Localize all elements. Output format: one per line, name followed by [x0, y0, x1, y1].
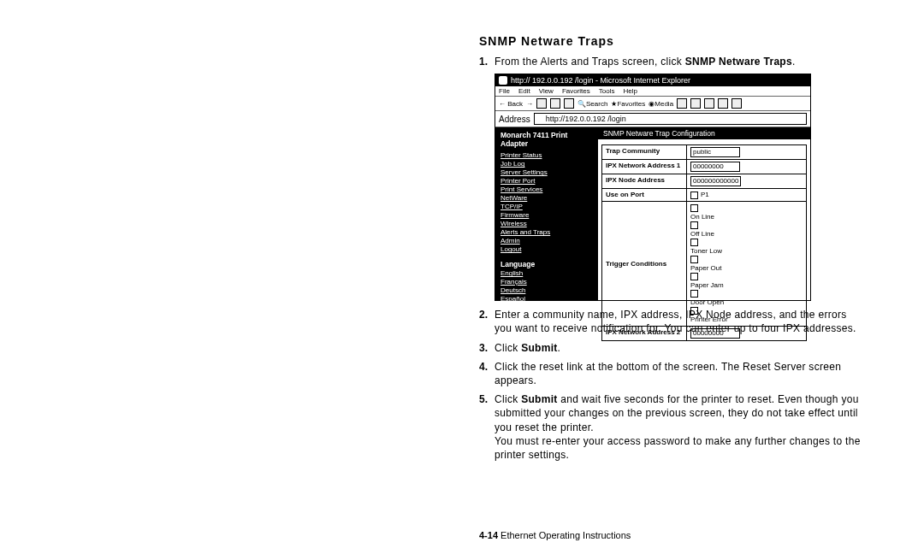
step-4: 4. Click the reset link at the bottom of… — [479, 360, 864, 387]
menu-favorites[interactable]: Favorites — [562, 87, 590, 95]
page-icon — [536, 115, 543, 122]
history-icon[interactable] — [677, 98, 687, 109]
text: Click — [495, 342, 521, 354]
label-trigger: Trigger Conditions — [602, 201, 687, 326]
step-5: 5. Click Submit and wait five seconds fo… — [479, 392, 864, 462]
mail-icon[interactable] — [690, 98, 701, 109]
label-trap-community: Trap Community — [602, 145, 687, 160]
chk-offline[interactable] — [690, 221, 698, 229]
ie-icon — [499, 76, 507, 85]
sidebar-item-alerts-traps[interactable]: Alerts and Traps — [500, 228, 593, 236]
sidebar: Monarch 7411 Print Adapter Printer Statu… — [495, 127, 598, 300]
step-text: Click Submit and wait five seconds for t… — [495, 392, 864, 462]
opt-dooropen: Door Open — [690, 298, 803, 306]
window-title: http:// 192.0.0.192 /login - Microsoft I… — [511, 76, 690, 85]
forward-button[interactable]: → — [526, 100, 533, 108]
sidebar-item-print-services[interactable]: Print Services — [500, 186, 593, 193]
text: . — [558, 342, 561, 354]
snmp-netware-traps-label: SNMP Netware Traps — [685, 56, 792, 68]
menu-file[interactable]: File — [499, 87, 510, 95]
menu-edit[interactable]: Edit — [518, 87, 530, 95]
search-button[interactable]: 🔍Search — [578, 100, 607, 108]
step-number: 4. — [479, 360, 495, 387]
address-bar: Address http://192.0.0.192 /login — [495, 111, 810, 127]
media-label: Media — [654, 100, 673, 108]
step-text: Enter a community name, IPX address, IPX… — [495, 308, 864, 335]
print-icon[interactable] — [704, 98, 714, 109]
chk-online[interactable] — [690, 204, 698, 212]
menu-help[interactable]: Help — [623, 87, 637, 95]
chk-paperjam[interactable] — [690, 273, 698, 280]
media-button[interactable]: ◉Media — [649, 100, 673, 108]
content-heading: SNMP Netware Trap Configuration — [598, 127, 810, 139]
label-ipx-node: IPX Node Address — [602, 174, 687, 189]
chk-tonerlow[interactable] — [690, 239, 698, 246]
chk-dooropen[interactable] — [690, 290, 698, 298]
lang-english[interactable]: English — [500, 269, 593, 277]
sidebar-item-logout[interactable]: Logout — [500, 245, 593, 253]
lang-francais[interactable]: Français — [500, 278, 593, 286]
sidebar-item-firmware[interactable]: Firmware — [500, 211, 593, 219]
stop-icon[interactable] — [536, 98, 547, 109]
content-panel: SNMP Netware Trap Configuration Trap Com… — [598, 127, 810, 300]
window-titlebar: http:// 192.0.0.192 /login - Microsoft I… — [495, 74, 810, 86]
step-number: 3. — [479, 341, 495, 355]
port-label: P1 — [701, 191, 709, 198]
lang-deutsch[interactable]: Deutsch — [500, 286, 593, 294]
sidebar-item-wireless[interactable]: Wireless — [500, 220, 593, 227]
chk-paperout[interactable] — [690, 256, 698, 263]
label-use-port: Use on Port — [602, 189, 687, 201]
sidebar-item-printer-status[interactable]: Printer Status — [500, 151, 593, 159]
sidebar-item-job-log[interactable]: Job Log — [500, 160, 593, 168]
step-3: 3. Click Submit. — [479, 341, 864, 355]
edit-icon[interactable] — [718, 98, 728, 109]
text: . — [792, 56, 796, 68]
lang-espanol[interactable]: Español — [500, 295, 593, 303]
row-use-port: Use on Port P1 — [602, 189, 807, 201]
text: From the Alerts and Traps screen, click — [495, 56, 685, 68]
misc-icon[interactable] — [732, 98, 742, 109]
address-label: Address — [499, 115, 530, 124]
step-text: Click the reset link at the bottom of th… — [495, 360, 864, 387]
refresh-icon[interactable] — [550, 98, 560, 109]
step-number: 1. — [479, 55, 495, 68]
opt-paperout: Paper Out — [690, 264, 803, 272]
screenshot-window: http:// 192.0.0.192 /login - Microsoft I… — [495, 74, 811, 301]
step-text: Click Submit. — [495, 341, 864, 355]
trap-community-input[interactable]: public — [690, 147, 740, 157]
address-value: http://192.0.0.192 /login — [546, 115, 626, 123]
row-trigger: Trigger Conditions On Line Off Line Tone… — [602, 201, 807, 326]
favorites-button[interactable]: ★Favorites — [611, 100, 645, 108]
opt-offline: Off Line — [690, 230, 803, 238]
menu-tools[interactable]: Tools — [599, 87, 615, 95]
sidebar-item-server-settings[interactable]: Server Settings — [500, 168, 593, 176]
ipx-node-input[interactable]: 000000000000 — [690, 176, 741, 186]
step-1: 1. From the Alerts and Traps screen, cli… — [479, 55, 864, 68]
port-checkbox[interactable] — [690, 192, 698, 199]
language-heading: Language — [500, 260, 593, 268]
sidebar-item-tcpip[interactable]: TCP/IP — [500, 203, 593, 210]
toolbar: ← Back → 🔍Search ★Favorites ◉Media — [495, 97, 810, 111]
menu-bar[interactable]: File Edit View Favorites Tools Help — [495, 86, 810, 97]
section-heading: SNMP Netware Traps — [479, 34, 864, 48]
step-number: 2. — [479, 308, 495, 335]
label-ipx-addr-1: IPX Network Address 1 — [602, 160, 687, 174]
step-2: 2. Enter a community name, IPX address, … — [479, 308, 864, 335]
address-input[interactable]: http://192.0.0.192 /login — [534, 113, 807, 125]
footer-text: Ethernet Operating Instructions — [498, 530, 631, 540]
sidebar-item-netware[interactable]: NetWare — [500, 194, 593, 202]
home-icon[interactable] — [564, 98, 574, 109]
opt-paperjam: Paper Jam — [690, 281, 803, 289]
sidebar-item-admin[interactable]: Admin — [500, 237, 593, 245]
ipx-addr-1-input[interactable]: 00000000 — [690, 162, 740, 172]
favorites-label: Favorites — [617, 100, 645, 108]
step-text: From the Alerts and Traps screen, click … — [495, 55, 864, 68]
opt-tonerlow: Toner Low — [690, 247, 803, 255]
back-button[interactable]: ← Back — [499, 100, 523, 108]
sidebar-item-printer-port[interactable]: Printer Port — [500, 177, 593, 185]
page-footer: 4-14 Ethernet Operating Instructions — [479, 530, 631, 540]
search-label: Search — [586, 100, 607, 108]
submit-label: Submit — [521, 342, 557, 354]
submit-label: Submit — [521, 393, 557, 405]
menu-view[interactable]: View — [539, 87, 554, 95]
